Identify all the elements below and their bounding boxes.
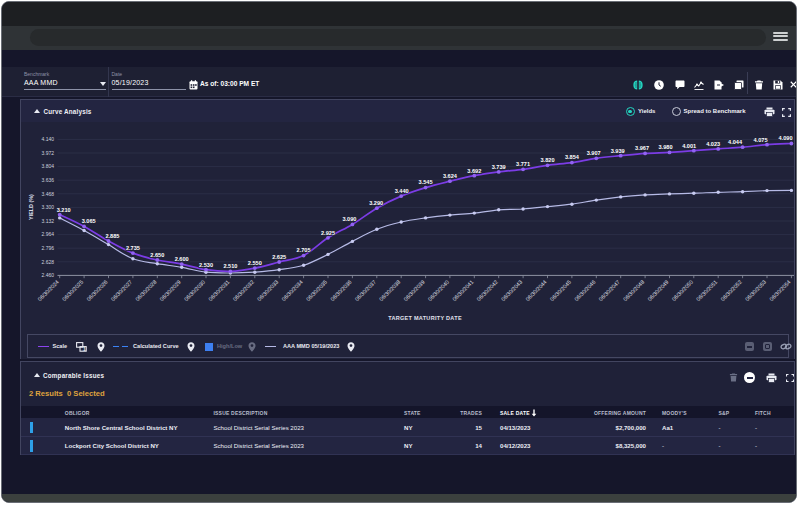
svg-text:2.925: 2.925 [321,230,335,236]
svg-text:3.210: 3.210 [56,207,70,213]
svg-text:3.065: 3.065 [81,218,95,224]
svg-text:06/30/2036: 06/30/2036 [329,279,352,302]
svg-text:2.625: 2.625 [272,254,286,260]
svg-text:2.628: 2.628 [41,259,54,265]
svg-text:4.075: 4.075 [753,137,767,143]
svg-text:3.132: 3.132 [41,218,54,224]
svg-text:3.545: 3.545 [418,179,432,185]
svg-text:YIELD (%): YIELD (%) [27,194,33,220]
svg-text:2.964: 2.964 [41,231,54,237]
svg-text:4.140: 4.140 [41,136,54,142]
svg-text:3.771: 3.771 [516,161,530,167]
svg-text:06/30/2035: 06/30/2035 [304,279,327,302]
svg-text:3.854: 3.854 [564,154,579,160]
svg-text:3.440: 3.440 [394,188,408,194]
svg-text:06/30/2028: 06/30/2028 [134,279,157,302]
svg-text:2.650: 2.650 [150,252,164,258]
svg-text:3.820: 3.820 [540,157,554,163]
svg-text:3.300: 3.300 [41,204,54,210]
svg-text:06/30/2032: 06/30/2032 [231,279,254,302]
svg-text:06/30/2029: 06/30/2029 [158,279,181,302]
svg-text:3.972: 3.972 [41,150,54,156]
svg-text:06/30/2049: 06/30/2049 [646,279,669,302]
svg-text:06/30/2027: 06/30/2027 [109,279,132,302]
svg-text:06/30/2025: 06/30/2025 [60,279,83,302]
svg-text:2.705: 2.705 [296,247,310,253]
svg-text:3.939: 3.939 [610,148,624,154]
svg-text:06/30/2050: 06/30/2050 [670,279,693,302]
svg-text:2.530: 2.530 [199,262,213,268]
svg-text:4.023: 4.023 [706,141,720,147]
svg-text:2.735: 2.735 [125,245,139,251]
svg-text:4.001: 4.001 [682,143,696,149]
svg-text:4.044: 4.044 [728,139,743,145]
svg-text:2.600: 2.600 [174,256,188,262]
svg-text:06/30/2030: 06/30/2030 [182,279,205,302]
svg-text:06/30/2047: 06/30/2047 [597,279,620,302]
svg-text:06/30/2037: 06/30/2037 [353,279,376,302]
svg-text:2.885: 2.885 [105,233,119,239]
svg-text:06/30/2040: 06/30/2040 [426,279,449,302]
svg-text:06/30/2024: 06/30/2024 [36,279,59,302]
svg-text:3.636: 3.636 [41,177,54,183]
svg-text:TARGET MATURITY DATE: TARGET MATURITY DATE [388,315,462,321]
svg-text:06/30/2041: 06/30/2041 [451,279,474,302]
svg-text:3.290: 3.290 [369,200,383,206]
svg-text:2.550: 2.550 [247,260,261,266]
svg-text:06/30/2039: 06/30/2039 [402,279,425,302]
svg-text:06/30/2042: 06/30/2042 [475,279,498,302]
svg-text:3.907: 3.907 [586,150,600,156]
svg-text:06/30/2045: 06/30/2045 [548,279,571,302]
svg-text:06/30/2026: 06/30/2026 [85,279,108,302]
svg-text:2.796: 2.796 [41,245,54,251]
svg-text:3.090: 3.090 [342,216,356,222]
svg-text:3.468: 3.468 [41,191,54,197]
svg-text:06/30/2033: 06/30/2033 [256,279,279,302]
svg-text:06/30/2043: 06/30/2043 [499,279,522,302]
svg-text:06/30/2051: 06/30/2051 [695,279,718,302]
svg-text:06/30/2046: 06/30/2046 [573,279,596,302]
svg-text:1: 1 [83,346,86,352]
svg-text:2.460: 2.460 [41,272,54,278]
svg-text:06/30/2053: 06/30/2053 [743,279,766,302]
svg-text:06/30/2044: 06/30/2044 [524,279,547,302]
svg-text:3.692: 3.692 [467,168,481,174]
svg-text:06/30/2031: 06/30/2031 [207,279,230,302]
svg-text:3.804: 3.804 [41,163,54,169]
svg-text:06/30/2052: 06/30/2052 [719,279,742,302]
svg-text:06/30/2054: 06/30/2054 [768,279,791,302]
svg-text:3.980: 3.980 [658,144,672,150]
svg-text:4.090: 4.090 [778,135,792,141]
svg-text:06/30/2048: 06/30/2048 [621,279,644,302]
svg-text:3.739: 3.739 [491,164,505,170]
svg-text:3.624: 3.624 [442,173,457,179]
svg-text:3.967: 3.967 [635,145,649,151]
svg-text:2.510: 2.510 [223,263,237,269]
svg-text:06/30/2038: 06/30/2038 [378,279,401,302]
svg-text:06/30/2034: 06/30/2034 [280,279,303,302]
